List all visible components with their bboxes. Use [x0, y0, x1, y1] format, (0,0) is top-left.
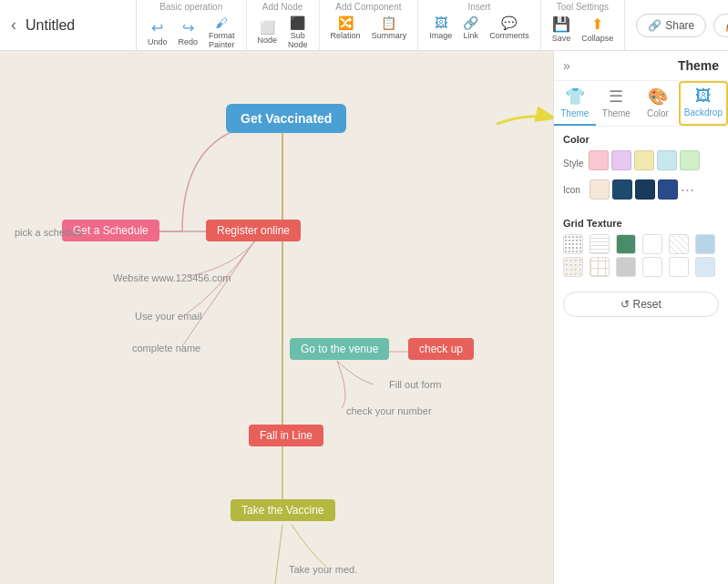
node-takemed[interactable]: Take your med. — [278, 559, 368, 579]
node-button[interactable]: ⬜Node — [254, 18, 282, 46]
node-pick[interactable]: pick a schedule — [4, 222, 95, 242]
document-title: Untitled — [26, 17, 75, 34]
texture-white[interactable] — [642, 257, 662, 277]
toolbar-items-insert: 🖼Image 🔗Link 💬Comments — [426, 14, 533, 42]
texture-diagonal[interactable] — [669, 234, 689, 254]
group-label-toolsettings: Tool Settings — [557, 2, 609, 12]
toolbar-group-insert: Insert 🖼Image 🔗Link 💬Comments — [418, 0, 541, 50]
color-swatch-8[interactable] — [635, 179, 655, 200]
arrow-annotation — [491, 105, 553, 142]
texture-solid-green[interactable] — [616, 234, 636, 254]
grid-texture-section: Grid Texture — [554, 210, 728, 284]
toolbar-group-addcomponent: Add Component 🔀Relation 📋Summary — [320, 0, 419, 50]
comments-button[interactable]: 💬Comments — [486, 14, 533, 42]
panel-collapse-button[interactable]: » — [563, 58, 570, 73]
node-email[interactable]: Use your email — [124, 306, 212, 326]
toolbar-group-toolsettings: Tool Settings 💾Save ⬆Collapse — [541, 0, 626, 50]
sub-node-button[interactable]: ⬛Sub Node — [284, 14, 312, 51]
style-label: Style — [563, 159, 583, 169]
share-icon: 🔗 — [648, 19, 661, 32]
share-button[interactable]: 🔗 Share — [636, 14, 706, 37]
backdrop-tab-icon: 🖼 — [695, 87, 712, 106]
reset-button[interactable]: ↺ Reset — [563, 292, 719, 317]
main-area: Get Vaccinated Get a Schedule Register o… — [0, 51, 728, 584]
more-colors-button[interactable]: ··· — [681, 180, 694, 200]
toolbar-items-basic: ↩Undo ↪Redo 🖌Format Painter — [144, 14, 239, 51]
color-section: Color Style Icon ··· — [554, 127, 728, 210]
texture-light-dots[interactable] — [563, 257, 583, 277]
node-register[interactable]: Register online — [206, 220, 301, 241]
header-right: 🔗 Share 📤 Export — [625, 0, 728, 50]
texture-gray[interactable] — [616, 257, 636, 277]
group-label-addcomponent: Add Component — [335, 2, 401, 12]
style-row: Style — [563, 150, 719, 176]
color-swatch-5[interactable] — [680, 150, 700, 170]
texture-blue[interactable] — [695, 234, 715, 254]
texture-grid — [563, 234, 719, 277]
toolbar-groups: Basic operation ↩Undo ↪Redo 🖌Format Pain… — [137, 0, 625, 50]
texture-lines[interactable] — [590, 234, 610, 254]
color-swatch-6[interactable] — [590, 179, 610, 200]
back-button[interactable]: ‹ — [11, 15, 16, 35]
color-swatch-3[interactable] — [634, 150, 654, 170]
color-swatch-2[interactable] — [611, 150, 631, 170]
toolbar-group-addnode: Add Node ⬜Node ⬛Sub Node — [247, 0, 320, 50]
tab-theme2[interactable]: ☰ Theme — [596, 81, 638, 126]
color-section-title: Color — [563, 134, 719, 145]
image-button[interactable]: 🖼Image — [426, 14, 456, 42]
node-goto[interactable]: Go to the venue — [290, 338, 389, 360]
color-swatch-1[interactable] — [589, 150, 609, 170]
format-painter-button[interactable]: 🖌Format Painter — [205, 14, 239, 51]
header: ‹ Untitled Basic operation ↩Undo ↪Redo 🖌… — [0, 0, 728, 51]
redo-button[interactable]: ↪Redo — [175, 17, 202, 48]
texture-solid-white[interactable] — [642, 234, 662, 254]
color-swatch-4[interactable] — [657, 150, 677, 170]
icon-row: Icon ··· — [563, 179, 719, 200]
color-swatch-9[interactable] — [658, 179, 678, 200]
node-fallinline[interactable]: Fall in Line — [249, 425, 323, 446]
texture-white2[interactable] — [669, 257, 689, 277]
collapse-button[interactable]: ⬆Collapse — [578, 14, 617, 45]
undo-button[interactable]: ↩Undo — [144, 17, 171, 48]
theme2-tab-icon: ☰ — [609, 87, 623, 107]
texture-dots[interactable] — [563, 234, 583, 254]
toolbar-items-addnode: ⬜Node ⬛Sub Node — [254, 14, 312, 51]
icon-label: Icon — [563, 185, 580, 195]
panel-tabs: 👕 Theme ☰ Theme 🎨 Color 🖼 Backdrop — [554, 81, 728, 127]
toolbar-group-basic: Basic operation ↩Undo ↪Redo 🖌Format Pain… — [137, 0, 247, 50]
icon-color-row: ··· — [590, 179, 694, 200]
tab-theme[interactable]: 👕 Theme — [554, 81, 596, 126]
style-color-row — [589, 150, 719, 170]
save-button[interactable]: 💾Save — [549, 14, 575, 45]
color-tab-icon: 🎨 — [648, 87, 668, 107]
group-label-basic: Basic operation — [159, 2, 222, 12]
panel-header: » Theme — [554, 51, 728, 81]
canvas[interactable]: Get Vaccinated Get a Schedule Register o… — [0, 51, 553, 584]
tab-backdrop[interactable]: 🖼 Backdrop — [679, 81, 728, 126]
summary-button[interactable]: 📋Summary — [368, 14, 411, 42]
node-fillform[interactable]: Fill out form — [378, 374, 452, 394]
node-checkup[interactable]: check up — [408, 338, 474, 360]
grid-texture-title: Grid Texture — [563, 218, 719, 229]
color-swatch-7[interactable] — [612, 179, 632, 200]
right-panel: » Theme 👕 Theme ☰ Theme 🎨 Color 🖼 Backdr… — [553, 51, 728, 584]
node-checknumber[interactable]: check your number — [335, 401, 443, 421]
node-root[interactable]: Get Vaccinated — [226, 104, 346, 133]
link-button[interactable]: 🔗Link — [459, 14, 482, 42]
toolbar-items-toolsettings: 💾Save ⬆Collapse — [549, 14, 618, 45]
node-name[interactable]: complete name — [121, 338, 211, 358]
relation-button[interactable]: 🔀Relation — [327, 14, 364, 42]
node-website[interactable]: Website www.123456.com — [102, 268, 241, 288]
toolbar-items-addcomponent: 🔀Relation 📋Summary — [327, 14, 411, 42]
texture-light-blue[interactable] — [695, 257, 715, 277]
node-takevaccine[interactable]: Take the Vaccine — [231, 499, 335, 521]
group-label-addnode: Add Node — [262, 2, 302, 12]
group-label-insert: Insert — [467, 2, 490, 12]
texture-light-lines[interactable] — [590, 257, 610, 277]
tab-color[interactable]: 🎨 Color — [637, 81, 679, 126]
header-left: ‹ Untitled — [0, 0, 137, 50]
panel-title: Theme — [678, 58, 719, 73]
export-button[interactable]: 📤 Export — [713, 14, 728, 37]
theme-tab-icon: 👕 — [565, 87, 585, 107]
